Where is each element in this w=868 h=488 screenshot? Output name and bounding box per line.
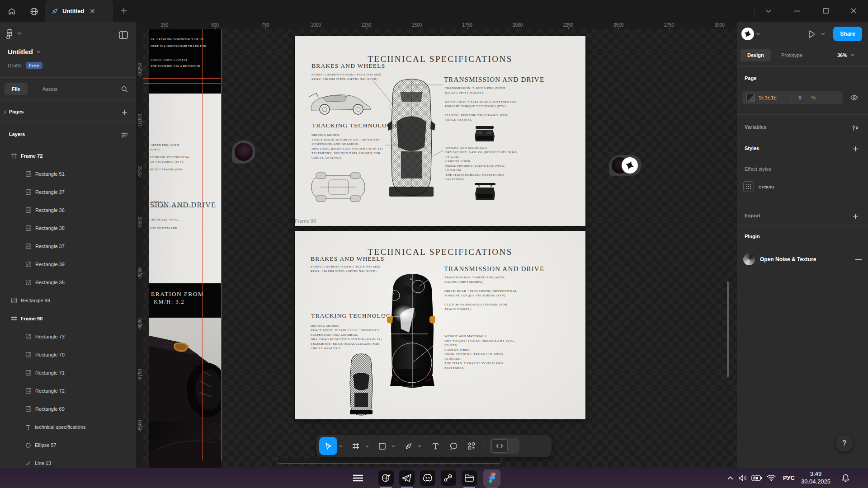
layer-row[interactable]: Frame 72	[0, 147, 136, 165]
layer-row[interactable]: Frame 90	[0, 310, 136, 328]
layer-row[interactable]: Rectangle 37	[0, 237, 136, 255]
actions-tool-button[interactable]	[464, 438, 479, 454]
layer-row[interactable]: Rectangle 70	[0, 346, 136, 364]
tab-untitled[interactable]: Untitled	[45, 0, 113, 22]
layer-row[interactable]: Rectangle 36	[0, 273, 136, 291]
window-maximize-button[interactable]	[820, 5, 832, 16]
frame-tool-chevron-icon[interactable]	[363, 445, 371, 447]
layer-row[interactable]: Rectangle 69	[0, 400, 136, 418]
plugin-item[interactable]: Open Noise & Texture	[743, 253, 862, 265]
tab-file[interactable]: File	[5, 83, 28, 95]
variables-settings-icon[interactable]	[850, 122, 860, 132]
frame2-label[interactable]: Frame 90	[295, 218, 316, 224]
horizontal-scrollbar[interactable]	[276, 458, 502, 464]
comment-tool-button[interactable]	[446, 438, 461, 454]
text-tool-button[interactable]	[428, 438, 443, 454]
present-chevron-icon[interactable]	[821, 33, 825, 35]
home-icon[interactable]	[5, 5, 18, 18]
layer-row[interactable]: Rectangle 71	[0, 364, 136, 382]
pen-tool-chevron-icon[interactable]	[416, 445, 423, 447]
frame72-partial-strip[interactable]: ER. CREATING DOWNFORCE OF UPHERE IS A HO…	[149, 22, 221, 468]
tray-battery-icon[interactable]	[750, 470, 764, 486]
tab-prototype[interactable]: Prototype	[777, 49, 807, 61]
move-tool-button[interactable]	[319, 437, 337, 455]
file-name-row[interactable]: Untitled	[8, 48, 41, 56]
effect-style-item[interactable]: стекло	[743, 181, 774, 192]
add-style-button[interactable]	[850, 144, 860, 154]
tab-assets[interactable]: Assets	[39, 83, 61, 95]
spec-frame-top[interactable]: TECHNICAL SPECIFICATIONS BRAKES AND WHEE…	[295, 36, 585, 226]
layer-row[interactable]: Rectangle 72	[0, 382, 136, 400]
layer-row[interactable]: Ellipse 57	[0, 436, 136, 454]
figma-menu-chevron-icon[interactable]	[17, 32, 21, 35]
pages-expand-chevron-icon[interactable]	[2, 108, 8, 116]
dev-mode-toggle[interactable]	[490, 438, 519, 454]
tray-volume-icon[interactable]	[736, 470, 750, 486]
taskbar-discord-icon[interactable]	[420, 470, 435, 486]
pages-label[interactable]: Pages	[9, 109, 24, 114]
canvas[interactable]: 2505007501000125015001750200022502500275…	[136, 22, 737, 468]
free-badge[interactable]: Free	[26, 62, 42, 69]
shape-tool-chevron-icon[interactable]	[390, 445, 397, 447]
guide-vertical-2[interactable]	[221, 29, 222, 460]
tab-design[interactable]: Design	[741, 49, 771, 61]
accel-line2: KM/H: 3.2	[154, 299, 184, 305]
window-minimize-button[interactable]	[791, 5, 803, 16]
layer-row[interactable]: technical specifications	[0, 418, 136, 436]
remove-plugin-minus-icon[interactable]	[855, 259, 862, 260]
taskbar-browser-icon[interactable]	[378, 470, 394, 486]
frame-tool-button[interactable]	[348, 438, 363, 454]
tray-hidden-icons-chevron[interactable]	[724, 470, 736, 486]
window-close-button[interactable]	[847, 5, 860, 16]
spec-frame-bottom[interactable]: TECHNICAL SPECIFICATIONS BRAKES AND WHEE…	[295, 231, 585, 419]
guide-vertical-1[interactable]	[202, 29, 203, 460]
pen-tool-button[interactable]	[401, 438, 416, 454]
layer-row[interactable]: Rectangle 39	[0, 255, 136, 273]
figma-menu-button[interactable]	[6, 29, 14, 40]
shape-tool-button[interactable]	[374, 438, 390, 454]
avatar-chevron-icon[interactable]	[756, 33, 760, 35]
taskbar-steam-icon[interactable]	[441, 470, 456, 486]
new-tab-button[interactable]	[118, 5, 129, 16]
present-play-button[interactable]	[806, 28, 817, 39]
layer-row[interactable]: Rectangle 38	[0, 219, 136, 237]
user-avatar[interactable]	[741, 28, 754, 40]
tray-clock[interactable]: 3:49 30.04.2025	[801, 470, 830, 485]
window-menu-chevron-icon[interactable]	[762, 5, 775, 16]
taskbar-telegram-icon[interactable]	[399, 470, 415, 486]
share-button[interactable]: Share	[833, 27, 862, 41]
help-button[interactable]: ?	[836, 435, 853, 452]
vertical-scrollbar[interactable]	[727, 281, 729, 377]
layer-row[interactable]: Rectangle 51	[0, 165, 136, 183]
page-opacity-value[interactable]: 0	[798, 95, 801, 100]
tray-language-indicator[interactable]: РУС	[783, 474, 795, 481]
collaborator-pinwheel-avatar	[622, 157, 638, 174]
layer-row[interactable]: Rectangle 37	[0, 183, 136, 201]
zoom-menu[interactable]: 36%	[837, 49, 854, 61]
page-visibility-eye-icon[interactable]	[849, 93, 859, 103]
titlebar-separator	[755, 5, 755, 18]
collapse-panel-icon[interactable]	[117, 29, 130, 41]
tab-close-icon[interactable]	[90, 9, 95, 14]
layer-row[interactable]: Line 13	[0, 454, 136, 468]
page-color-swatch[interactable]	[746, 94, 755, 102]
tray-wifi-icon[interactable]	[764, 470, 778, 486]
add-export-button[interactable]	[850, 211, 860, 221]
taskbar-file-explorer-icon[interactable]	[462, 470, 477, 486]
page-color-row[interactable]: 1E1E1E 0 %	[742, 91, 843, 104]
layer-row[interactable]: Rectangle 73	[0, 328, 136, 346]
tray-notifications-bell-icon[interactable]	[838, 470, 853, 486]
layer-row[interactable]: Rectangle 36	[0, 201, 136, 219]
community-globe-icon[interactable]	[28, 5, 40, 18]
drafts-label[interactable]: Drafts	[8, 63, 22, 68]
layer-row[interactable]: Rectangle 69	[0, 291, 136, 310]
search-icon[interactable]	[119, 84, 130, 94]
layers-options-icon[interactable]	[119, 130, 129, 140]
taskbar-start-menu-button[interactable]	[350, 470, 366, 486]
move-tool-chevron-icon[interactable]	[337, 445, 344, 447]
guide-horizontal-2[interactable]	[143, 83, 221, 84]
add-page-button[interactable]	[119, 108, 129, 117]
taskbar-figma-icon[interactable]	[483, 469, 500, 487]
page-color-value[interactable]: 1E1E1E	[759, 95, 777, 100]
guide-horizontal-1[interactable]	[143, 78, 221, 79]
